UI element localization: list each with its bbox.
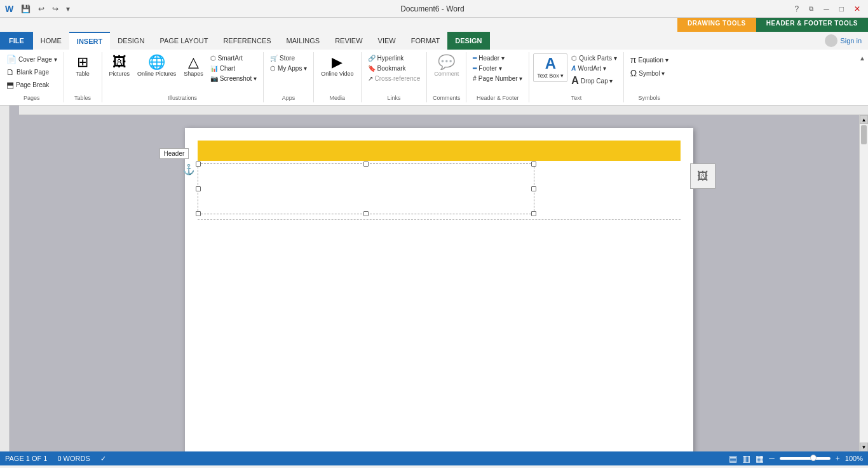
redo-quick-btn[interactable]: ↪ [50, 3, 61, 15]
document-body[interactable] [198, 225, 681, 416]
tab-format[interactable]: FORMAT [403, 32, 448, 50]
scroll-up-btn[interactable]: ▲ [860, 115, 868, 124]
zoom-minus-btn[interactable]: ─ [769, 454, 775, 463]
view-btn-read[interactable]: ▦ [756, 453, 764, 464]
ribbon-group-comments: 💬 Comment Comments [427, 52, 466, 102]
title-bar-controls: ? ⧉ ─ □ ✕ [792, 3, 863, 15]
image-layout-symbol: 🖼 [697, 170, 709, 183]
header-separator-line [198, 219, 681, 220]
handle-bottom-left[interactable] [196, 211, 201, 216]
zoom-plus-btn[interactable]: + [836, 454, 840, 463]
view-btn-print[interactable]: ▤ [729, 453, 737, 464]
image-layout-icon[interactable]: 🖼 [690, 163, 715, 189]
drawing-tools-tab[interactable]: DRAWING TOOLS [677, 18, 756, 32]
customize-quick-btn[interactable]: ▾ [64, 3, 72, 15]
online-pictures-btn[interactable]: 🌐 Online Pictures [134, 53, 179, 79]
online-pictures-label: Online Pictures [137, 71, 176, 78]
footer-btn[interactable]: ━ Footer ▾ [470, 64, 505, 73]
header-btn[interactable]: ━ Header ▾ [470, 53, 507, 63]
online-video-btn[interactable]: ▶ Online Video [318, 53, 356, 79]
handle-top-center[interactable] [363, 162, 369, 167]
view-btn-web[interactable]: ▥ [742, 453, 750, 464]
my-apps-label: My Apps ▾ [278, 65, 307, 72]
ribbon-collapse-btn[interactable]: ▲ [857, 52, 868, 102]
handle-bottom-center[interactable] [363, 211, 369, 216]
proofing-icon[interactable]: ✓ [100, 455, 106, 463]
word-icon: W [5, 4, 13, 14]
scroll-down-btn[interactable]: ▼ [860, 443, 868, 451]
cover-page-btn[interactable]: 📄 Cover Page ▾ [4, 53, 60, 65]
vertical-scrollbar[interactable]: ▲ ▼ [859, 115, 868, 451]
maximize-btn[interactable]: □ [837, 3, 846, 15]
comment-label: Comment [434, 71, 459, 78]
undo-quick-btn[interactable]: ↩ [36, 3, 47, 15]
apps-group-label: Apps [264, 95, 313, 101]
zoom-slider[interactable] [780, 457, 831, 460]
equation-icon: π [630, 55, 637, 65]
comment-icon: 💬 [438, 55, 455, 69]
tab-hf-design[interactable]: DESIGN [447, 32, 489, 50]
drop-cap-btn[interactable]: A Drop Cap ▾ [569, 74, 619, 88]
shapes-label: Shapes [184, 71, 203, 78]
drop-cap-label: Drop Cap ▾ [581, 78, 613, 85]
save-quick-btn[interactable]: 💾 [18, 3, 33, 15]
tab-review[interactable]: REVIEW [327, 32, 370, 50]
hyperlink-btn[interactable]: 🔗 Hyperlink [365, 53, 407, 63]
text-box-btn[interactable]: A Text Box ▾ [533, 53, 567, 82]
content-area: ▲ ▼ Header ⚓ [10, 106, 868, 451]
ribbon-group-text: A Text Box ▾ ⬡ Quick Parts ▾ A WordArt ▾… [529, 52, 623, 102]
word-count: 0 WORDS [57, 455, 90, 462]
page-number-btn[interactable]: # Page Number ▾ [470, 74, 525, 83]
tab-file[interactable]: FILE [0, 32, 33, 50]
blank-page-label: Blank Page [17, 69, 49, 76]
online-video-label: Online Video [321, 71, 353, 78]
smartart-btn[interactable]: ⬡ SmartArt [208, 53, 259, 63]
scroll-thumb[interactable] [861, 125, 867, 144]
tab-mailings[interactable]: MAILINGS [279, 32, 328, 50]
wordart-btn[interactable]: A WordArt ▾ [569, 64, 619, 73]
tab-references[interactable]: REFERENCES [215, 32, 278, 50]
comment-btn[interactable]: 💬 Comment [431, 53, 462, 79]
ribbon-group-header-footer: ━ Header ▾ ━ Footer ▾ # Page Number ▾ He… [466, 52, 529, 102]
document-title: Document6 - Word [400, 4, 464, 13]
cover-page-label: Cover Page ▾ [18, 56, 57, 63]
my-apps-btn[interactable]: ⬡ My Apps ▾ [268, 64, 309, 73]
smartart-icon: ⬡ [210, 55, 216, 62]
header-footer-tools-tab[interactable]: HEADER & FOOTER TOOLS [756, 18, 868, 32]
chart-btn[interactable]: 📊 Chart [208, 64, 259, 73]
help-btn[interactable]: ? [792, 3, 802, 15]
sign-in-area[interactable]: Sign in [818, 32, 868, 50]
equation-btn[interactable]: π Equation ▾ [628, 53, 671, 66]
ribbon-tab-bar: FILE HOME INSERT DESIGN PAGE LAYOUT REFE… [0, 32, 868, 50]
handle-top-right[interactable] [531, 162, 536, 167]
shapes-btn[interactable]: △ Shapes [180, 53, 207, 79]
store-icon: 🛒 [270, 55, 278, 62]
blank-page-btn[interactable]: 🗋 Blank Page [4, 66, 51, 78]
tab-insert[interactable]: INSERT [69, 32, 110, 50]
zoom-slider-thumb[interactable] [810, 455, 817, 461]
page-break-btn[interactable]: ⬒ Page Break [4, 79, 51, 91]
status-bar: PAGE 1 OF 1 0 WORDS ✓ ▤ ▥ ▦ ─ + 100% [0, 451, 868, 465]
pictures-btn[interactable]: 🖼 Pictures [106, 53, 133, 79]
table-btn[interactable]: ⊞ Table [70, 53, 95, 79]
tab-view[interactable]: VIEW [370, 32, 403, 50]
handle-bottom-right[interactable] [531, 211, 536, 216]
store-label: Store [280, 55, 295, 62]
restore-btn[interactable]: ⧉ [806, 4, 816, 14]
cross-reference-btn[interactable]: ↗ Cross-reference [365, 74, 423, 83]
quick-parts-btn[interactable]: ⬡ Quick Parts ▾ [569, 53, 619, 63]
screenshot-btn[interactable]: 📷 Screenshot ▾ [208, 74, 259, 83]
text-box[interactable] [198, 163, 534, 214]
minimize-btn[interactable]: ─ [821, 3, 832, 15]
symbol-btn[interactable]: Ω Symbol ▾ [628, 67, 668, 79]
tab-page-layout[interactable]: PAGE LAYOUT [152, 32, 215, 50]
handle-right-center[interactable] [531, 186, 536, 191]
tab-home[interactable]: HOME [33, 32, 69, 50]
close-btn[interactable]: ✕ [851, 3, 863, 15]
handle-top-left[interactable] [196, 162, 201, 167]
store-btn[interactable]: 🛒 Store [268, 53, 297, 63]
links-group-label: Links [362, 95, 427, 101]
bookmark-btn[interactable]: 🔖 Bookmark [365, 64, 409, 73]
handle-left-center[interactable] [196, 186, 201, 191]
tab-design[interactable]: DESIGN [110, 32, 152, 50]
